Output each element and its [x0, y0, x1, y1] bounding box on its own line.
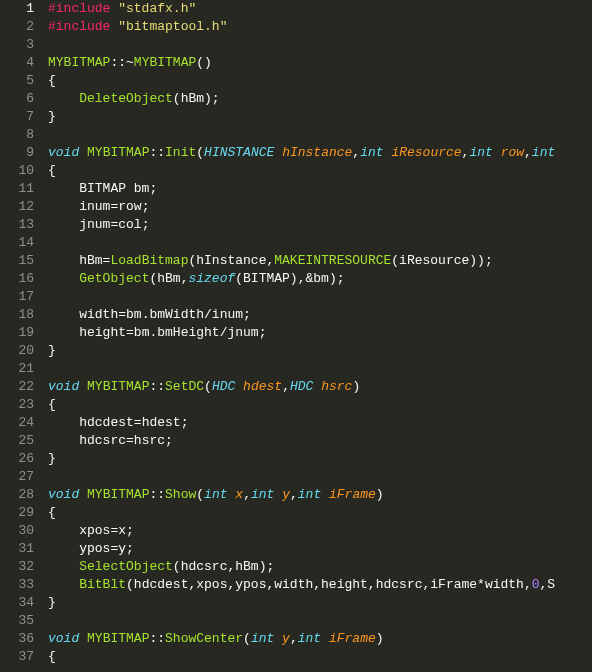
code-line[interactable]: }: [48, 450, 592, 468]
line-number: 30: [6, 522, 34, 540]
code-line[interactable]: {: [48, 504, 592, 522]
code-line[interactable]: BitBlt(hdcdest,xpos,ypos,width,height,hd…: [48, 576, 592, 594]
code-line[interactable]: #include "bitmaptool.h": [48, 18, 592, 36]
line-number: 11: [6, 180, 34, 198]
line-number: 36: [6, 630, 34, 648]
code-line[interactable]: {: [48, 396, 592, 414]
code-line[interactable]: void MYBITMAP::ShowCenter(int y,int iFra…: [48, 630, 592, 648]
code-line[interactable]: }: [48, 594, 592, 612]
code-line[interactable]: GetObject(hBm,sizeof(BITMAP),&bm);: [48, 270, 592, 288]
code-line[interactable]: hdcsrc=hsrc;: [48, 432, 592, 450]
code-line[interactable]: void MYBITMAP::Show(int x,int y,int iFra…: [48, 486, 592, 504]
code-line[interactable]: height=bm.bmHeight/jnum;: [48, 324, 592, 342]
line-number: 29: [6, 504, 34, 522]
line-number: 21: [6, 360, 34, 378]
line-number: 8: [6, 126, 34, 144]
code-line[interactable]: hBm=LoadBitmap(hInstance,MAKEINTRESOURCE…: [48, 252, 592, 270]
line-number: 16: [6, 270, 34, 288]
code-line[interactable]: jnum=col;: [48, 216, 592, 234]
code-line[interactable]: void MYBITMAP::SetDC(HDC hdest,HDC hsrc): [48, 378, 592, 396]
line-number: 4: [6, 54, 34, 72]
code-line[interactable]: [48, 126, 592, 144]
code-line[interactable]: SelectObject(hdcsrc,hBm);: [48, 558, 592, 576]
code-line[interactable]: [48, 36, 592, 54]
line-number: 15: [6, 252, 34, 270]
code-line[interactable]: [48, 468, 592, 486]
line-number: 32: [6, 558, 34, 576]
line-number: 13: [6, 216, 34, 234]
code-line[interactable]: width=bm.bmWidth/inum;: [48, 306, 592, 324]
line-number: 20: [6, 342, 34, 360]
line-number: 25: [6, 432, 34, 450]
line-number: 6: [6, 90, 34, 108]
line-number: 24: [6, 414, 34, 432]
line-number: 10: [6, 162, 34, 180]
line-number: 7: [6, 108, 34, 126]
line-number: 17: [6, 288, 34, 306]
line-number: 3: [6, 36, 34, 54]
line-number: 34: [6, 594, 34, 612]
code-line[interactable]: {: [48, 162, 592, 180]
line-number: 9: [6, 144, 34, 162]
code-line[interactable]: {: [48, 72, 592, 90]
code-area[interactable]: #include "stdafx.h"#include "bitmaptool.…: [44, 0, 592, 672]
code-line[interactable]: [48, 234, 592, 252]
line-number: 26: [6, 450, 34, 468]
code-line[interactable]: [48, 288, 592, 306]
line-number: 31: [6, 540, 34, 558]
code-line[interactable]: void MYBITMAP::Init(HINSTANCE hInstance,…: [48, 144, 592, 162]
line-number-gutter: 1234567891011121314151617181920212223242…: [0, 0, 44, 672]
code-line[interactable]: }: [48, 108, 592, 126]
code-line[interactable]: [48, 612, 592, 630]
code-line[interactable]: BITMAP bm;: [48, 180, 592, 198]
code-line[interactable]: xpos=x;: [48, 522, 592, 540]
line-number: 18: [6, 306, 34, 324]
line-number: 27: [6, 468, 34, 486]
line-number: 2: [6, 18, 34, 36]
code-line[interactable]: inum=row;: [48, 198, 592, 216]
code-line[interactable]: {: [48, 648, 592, 666]
line-number: 37: [6, 648, 34, 666]
code-line[interactable]: MYBITMAP::~MYBITMAP(): [48, 54, 592, 72]
line-number: 5: [6, 72, 34, 90]
code-line[interactable]: }: [48, 342, 592, 360]
line-number: 19: [6, 324, 34, 342]
code-line[interactable]: ypos=y;: [48, 540, 592, 558]
code-line[interactable]: [48, 360, 592, 378]
line-number: 1: [6, 0, 34, 18]
code-line[interactable]: #include "stdafx.h": [48, 0, 592, 18]
line-number: 22: [6, 378, 34, 396]
line-number: 33: [6, 576, 34, 594]
line-number: 35: [6, 612, 34, 630]
line-number: 28: [6, 486, 34, 504]
code-line[interactable]: DeleteObject(hBm);: [48, 90, 592, 108]
line-number: 12: [6, 198, 34, 216]
line-number: 23: [6, 396, 34, 414]
line-number: 14: [6, 234, 34, 252]
code-editor[interactable]: 1234567891011121314151617181920212223242…: [0, 0, 592, 672]
code-line[interactable]: hdcdest=hdest;: [48, 414, 592, 432]
